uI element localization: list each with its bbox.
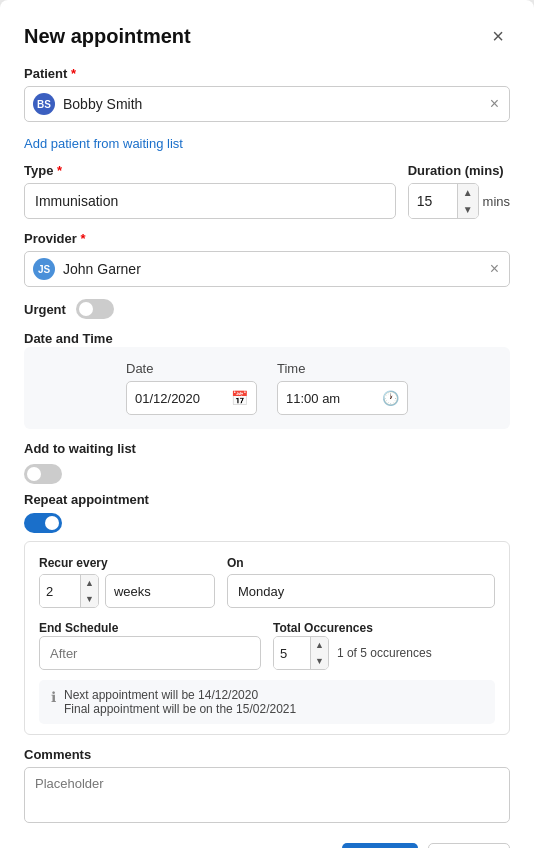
patient-input[interactable] — [63, 96, 488, 112]
time-field: Time 🕐 — [277, 361, 408, 415]
waiting-list-toggle[interactable] — [24, 464, 62, 484]
provider-label: Provider * — [24, 231, 510, 246]
end-schedule-field: End Schedule — [39, 618, 261, 670]
repeat-label: Repeat appointment — [24, 492, 149, 507]
end-schedule-label: End Schedule — [39, 621, 118, 635]
footer-row: Save Cancel — [24, 843, 510, 848]
cancel-button[interactable]: Cancel — [428, 843, 510, 848]
date-time-section: Date 📅 Time 🕐 — [24, 347, 510, 429]
duration-field: Duration (mins) ▲ ▼ mins — [408, 163, 510, 219]
recur-every-field: Recur every ▲ ▼ — [39, 556, 215, 608]
duration-increment[interactable]: ▲ — [458, 184, 478, 201]
duration-input-wrapper: ▲ ▼ — [408, 183, 479, 219]
urgent-label: Urgent — [24, 302, 66, 317]
comments-textarea[interactable] — [24, 767, 510, 823]
duration-unit: mins — [483, 194, 510, 209]
on-input[interactable] — [227, 574, 495, 608]
type-duration-row: Type * Duration (mins) ▲ ▼ mins — [24, 163, 510, 219]
patient-field-group: Patient * BS × — [24, 66, 510, 122]
date-time-group: Date and Time Date 📅 Time 🕐 — [24, 329, 510, 429]
total-decrement[interactable]: ▼ — [311, 653, 328, 669]
provider-clear-button[interactable]: × — [488, 260, 501, 278]
comments-section: Comments — [24, 747, 510, 827]
date-time-section-label: Date and Time — [24, 331, 113, 346]
duration-decrement[interactable]: ▼ — [458, 201, 478, 218]
date-field: Date 📅 — [126, 361, 257, 415]
duration-label: Duration (mins) — [408, 163, 510, 178]
patient-clear-button[interactable]: × — [488, 95, 501, 113]
repeat-section: Recur every ▲ ▼ On — [24, 541, 510, 735]
urgent-row: Urgent — [24, 299, 510, 319]
waiting-list-toggle-row: Add to waiting list — [24, 441, 510, 456]
recur-increment[interactable]: ▲ — [81, 575, 98, 591]
time-label: Time — [277, 361, 408, 376]
type-label: Type * — [24, 163, 396, 178]
date-input-wrapper: 📅 — [126, 381, 257, 415]
on-label: On — [227, 556, 495, 570]
patient-avatar: BS — [33, 93, 55, 115]
total-occurrences-label: Total Occurences — [273, 621, 373, 635]
patient-label: Patient * — [24, 66, 510, 81]
save-button[interactable]: Save — [342, 843, 419, 848]
end-total-row: End Schedule Total Occurences ▲ ▼ 1 of 5… — [39, 618, 495, 670]
provider-field-group: Provider * JS × — [24, 231, 510, 287]
recur-unit-input[interactable] — [105, 574, 215, 608]
modal-title: New appointment — [24, 25, 191, 48]
recur-value-wrapper: ▲ ▼ — [39, 574, 99, 608]
duration-spinner: ▲ ▼ — [457, 184, 478, 218]
total-value-wrapper: ▲ ▼ — [273, 636, 329, 670]
on-field: On — [227, 556, 495, 608]
type-input[interactable] — [24, 183, 396, 219]
recur-every-label: Recur every — [39, 556, 215, 570]
clock-icon: 🕐 — [382, 390, 399, 406]
final-appointment-text: Final appointment will be on the 15/02/2… — [64, 702, 296, 716]
provider-input-wrapper: JS × — [24, 251, 510, 287]
recur-spinner: ▲ ▼ — [80, 575, 98, 607]
next-appointment-text: Next appointment will be 14/12/2020 — [64, 688, 296, 702]
time-input[interactable] — [286, 391, 376, 406]
provider-avatar: JS — [33, 258, 55, 280]
total-spinner: ▲ ▼ — [310, 637, 328, 669]
patient-input-wrapper: BS × — [24, 86, 510, 122]
recur-on-row: Recur every ▲ ▼ On — [39, 556, 495, 608]
repeat-row: Repeat appointment — [24, 492, 510, 507]
total-occurrences-field: Total Occurences ▲ ▼ 1 of 5 occurences — [273, 618, 495, 670]
recur-decrement[interactable]: ▼ — [81, 591, 98, 607]
total-increment[interactable]: ▲ — [311, 637, 328, 653]
total-value-input[interactable] — [274, 637, 310, 669]
time-input-wrapper: 🕐 — [277, 381, 408, 415]
type-field: Type * — [24, 163, 396, 219]
modal-header: New appointment × — [24, 24, 510, 48]
add-waiting-list-link[interactable]: Add patient from waiting list — [24, 136, 183, 151]
duration-input[interactable] — [409, 184, 457, 218]
occurrences-text: 1 of 5 occurences — [337, 646, 432, 660]
appointment-info-box: ℹ Next appointment will be 14/12/2020 Fi… — [39, 680, 495, 724]
calendar-icon: 📅 — [231, 390, 248, 406]
date-label: Date — [126, 361, 257, 376]
urgent-toggle[interactable] — [76, 299, 114, 319]
provider-input[interactable] — [63, 261, 488, 277]
recur-value-input[interactable] — [40, 575, 80, 607]
date-input[interactable] — [135, 391, 225, 406]
comments-label: Comments — [24, 747, 510, 762]
info-icon: ℹ — [51, 689, 56, 705]
new-appointment-modal: New appointment × Patient * BS × Add pat… — [0, 0, 534, 848]
close-button[interactable]: × — [486, 24, 510, 48]
repeat-toggle[interactable] — [24, 513, 62, 533]
waiting-list-toggle-label: Add to waiting list — [24, 441, 136, 456]
end-schedule-input[interactable] — [39, 636, 261, 670]
